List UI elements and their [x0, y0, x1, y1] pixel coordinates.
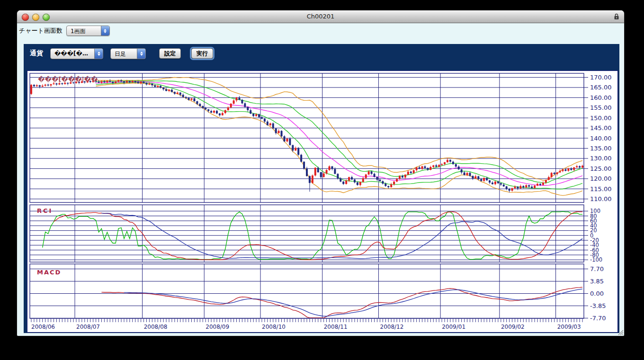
candlesticks — [30, 79, 583, 193]
svg-text:7.70: 7.70 — [590, 265, 604, 272]
resize-grip[interactable] — [617, 329, 624, 335]
svg-text:130.00: 130.00 — [590, 155, 612, 162]
popup-arrows-icon — [94, 49, 103, 59]
svg-text:-7.70: -7.70 — [590, 315, 606, 322]
popup-arrows-icon — [101, 26, 109, 35]
svg-text:-100: -100 — [590, 256, 602, 263]
timeframe-value: 日足 — [111, 49, 137, 59]
svg-text:2008/11: 2008/11 — [324, 324, 348, 330]
svg-text:165.00: 165.00 — [590, 84, 612, 91]
svg-text:120.00: 120.00 — [590, 175, 612, 182]
svg-text:0.00: 0.00 — [590, 290, 604, 297]
currency-pair-value: ���[�… — [51, 49, 94, 59]
screen-count-select[interactable]: 1画面 — [66, 26, 110, 36]
svg-text:150.00: 150.00 — [590, 114, 612, 122]
screen-count-label: チャート画面数 — [19, 26, 63, 35]
window-title: Ch00201 — [17, 13, 624, 20]
svg-text:170.00: 170.00 — [590, 74, 612, 81]
svg-text:2008/07: 2008/07 — [76, 324, 100, 330]
title-bar[interactable]: Ch00201 — [17, 10, 624, 23]
run-button[interactable]: 実行 — [191, 48, 213, 59]
svg-text:2008/12: 2008/12 — [380, 324, 404, 330]
svg-text:2008/09: 2008/09 — [206, 324, 229, 330]
svg-text:115.00: 115.00 — [590, 185, 612, 193]
chart-canvas: 170.00165.00160.00155.00150.00145.00140.… — [27, 71, 617, 332]
popup-arrows-icon — [137, 49, 145, 59]
svg-text:2009/03: 2009/03 — [557, 324, 581, 330]
svg-text:160.00: 160.00 — [590, 94, 612, 101]
svg-text:3.85: 3.85 — [590, 278, 604, 285]
svg-text:155.00: 155.00 — [590, 104, 612, 111]
svg-text:2009/01: 2009/01 — [442, 324, 465, 330]
currency-label: 通貨 — [30, 49, 43, 58]
svg-text:-3.85: -3.85 — [590, 302, 606, 309]
timeframe-select[interactable]: 日足 — [110, 48, 146, 59]
pair-overlay-label: ���[���|�� — [38, 76, 98, 83]
currency-pair-select[interactable]: ���[�… — [50, 48, 103, 59]
svg-text:2008/08: 2008/08 — [144, 324, 168, 330]
svg-text:125.00: 125.00 — [590, 165, 612, 172]
svg-text:110.00: 110.00 — [590, 195, 612, 202]
svg-text:145.00: 145.00 — [590, 124, 612, 132]
svg-text:2009/02: 2009/02 — [501, 324, 525, 330]
svg-text:2008/10: 2008/10 — [262, 324, 286, 330]
lock-icon — [613, 13, 620, 20]
macd-label: MACD — [37, 269, 61, 276]
gridlines — [30, 73, 584, 318]
rci-label: RCI — [37, 207, 53, 214]
app-window: Ch00201 チャート画面数 1画面 通貨 ���[�… 日足 設定 実行 — [17, 10, 624, 336]
chart-panel-container: 通貨 ���[�… 日足 設定 実行 170.00165.00160.00155… — [24, 44, 619, 333]
chart-area: 170.00165.00160.00155.00150.00145.00140.… — [27, 71, 617, 332]
svg-text:135.00: 135.00 — [590, 145, 612, 152]
svg-text:140.00: 140.00 — [590, 135, 612, 142]
screen-count-value: 1画面 — [67, 26, 101, 35]
screen-count-row: チャート画面数 1画面 — [19, 25, 110, 36]
chart-toolbar: 通貨 ���[�… 日足 設定 実行 — [24, 44, 619, 63]
svg-text:2008/06: 2008/06 — [31, 324, 55, 330]
settings-button[interactable]: 設定 — [159, 48, 181, 59]
